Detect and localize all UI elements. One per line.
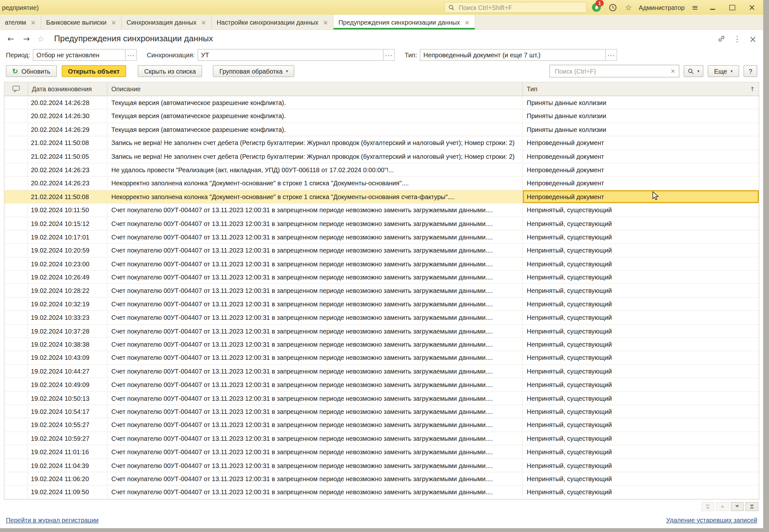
row-date-cell[interactable]: 19.02.2024 10:37:28 [28,325,107,338]
row-date-cell[interactable]: 19.02.2024 10:38:38 [28,338,107,351]
row-date-cell[interactable]: 19.02.2024 11:04:39 [28,459,107,472]
form-close-icon[interactable]: × [749,34,757,43]
tab-close-icon[interactable]: × [465,19,470,25]
row-type-cell[interactable]: Непринятый, существующий [523,217,759,230]
tab-close-icon[interactable]: × [30,19,36,25]
row-type-cell[interactable]: Непринятый, существующий [523,486,759,499]
row-comment-cell[interactable] [4,472,28,486]
row-comment-cell[interactable] [4,136,28,150]
history-icon[interactable] [607,2,618,13]
table-row[interactable]: 20.02.2024 14:26:23Не удалось провести "… [4,163,759,177]
row-date-cell[interactable]: 20.02.2024 14:26:28 [28,96,107,109]
period-choose-button[interactable]: ... [125,50,136,60]
row-description-cell[interactable]: Счет покупателю 00УТ-004407 от 13.11.202… [108,217,523,230]
row-description-cell[interactable]: Некорректно заполнена колонка "Документ-… [108,177,523,190]
row-comment-cell[interactable] [4,257,28,271]
row-comment-cell[interactable] [4,271,28,284]
row-type-cell[interactable]: Непринятый, существующий [523,351,759,365]
row-description-cell[interactable]: Счет покупателю 00УТ-004407 от 13.11.202… [108,405,523,418]
row-date-cell[interactable]: 19.02.2024 10:11:50 [28,204,107,217]
row-description-cell[interactable]: Счет покупателю 00УТ-004407 от 13.11.202… [108,244,523,257]
row-comment-cell[interactable] [4,123,28,136]
row-description-cell[interactable]: Запись не верна! Не заполнен счет дебета… [108,136,523,150]
row-comment-cell[interactable] [4,190,28,204]
row-type-cell[interactable]: Непринятый, существующий [523,230,759,244]
row-description-cell[interactable]: Счет покупателю 00УТ-004407 от 13.11.202… [108,351,523,365]
scroll-page-up-button[interactable] [716,502,729,511]
main-menu-icon[interactable]: ≡ [690,2,700,13]
row-date-cell[interactable]: 19.02.2024 10:20:59 [28,244,107,257]
type-column-header[interactable]: Тип ↑ [523,82,759,96]
row-date-cell[interactable]: 20.02.2024 14:26:23 [28,163,107,177]
row-comment-cell[interactable] [4,459,28,472]
row-date-cell[interactable]: 19.02.2024 11:06:20 [28,472,107,486]
period-filter-field[interactable]: ... [33,49,137,61]
row-description-cell[interactable]: Счет покупателю 00УТ-004407 от 13.11.202… [108,445,523,459]
row-description-cell[interactable]: Счет покупателю 00УТ-004407 от 13.11.202… [108,230,523,244]
comment-column-header[interactable] [4,82,28,96]
row-description-cell[interactable]: Текущая версия (автоматическое разрешени… [108,109,523,123]
row-type-cell[interactable]: Непринятый, существующий [523,391,759,405]
row-comment-cell[interactable] [4,405,28,418]
delete-obsolete-records-link[interactable]: Удаление устаревших записей [666,516,757,524]
row-comment-cell[interactable] [4,445,28,459]
list-search-box[interactable]: × [549,65,679,77]
tab-close-icon[interactable]: × [323,19,328,25]
row-comment-cell[interactable] [4,150,28,163]
row-description-cell[interactable]: Счет покупателю 00УТ-004407 от 13.11.202… [108,391,523,405]
row-comment-cell[interactable] [4,391,28,405]
table-row[interactable]: 19.02.2024 10:59:27Счет покупателю 00УТ-… [4,432,759,445]
maximize-button[interactable] [725,2,740,13]
row-type-cell[interactable]: Приняты данные коллизии [523,123,759,136]
row-type-cell[interactable]: Непринятый, существующий [523,378,759,391]
row-description-cell[interactable]: Счет покупателю 00УТ-004407 от 13.11.202… [108,298,523,311]
row-description-cell[interactable]: Счет покупателю 00УТ-004407 от 13.11.202… [108,486,523,499]
row-date-cell[interactable]: 19.02.2024 10:43:09 [28,351,107,365]
row-date-cell[interactable]: 19.02.2024 10:44:27 [28,365,107,378]
list-search-input[interactable] [554,67,669,75]
go-to-event-log-link[interactable]: Перейти в журнал регистрации [6,516,99,524]
row-type-cell[interactable]: Непринятый, существующий [523,271,759,284]
row-description-cell[interactable]: Счет покупателю 00УТ-004407 от 13.11.202… [108,432,523,445]
row-type-cell[interactable]: Непроведенный документ [523,177,759,190]
row-comment-cell[interactable] [4,351,28,365]
table-row[interactable]: 21.02.2024 11:50:08Запись не верна! Не з… [4,136,759,150]
row-type-cell[interactable]: Непринятый, существующий [523,338,759,351]
table-row[interactable]: 20.02.2024 14:26:28Текущая версия (автом… [4,96,759,109]
row-date-cell[interactable]: 20.02.2024 14:26:23 [28,177,107,190]
row-description-cell[interactable]: Счет покупателю 00УТ-004407 от 13.11.202… [108,271,523,284]
period-filter-input[interactable] [34,50,125,60]
table-row[interactable]: 19.02.2024 10:17:01Счет покупателю 00УТ-… [4,230,759,244]
row-type-cell[interactable]: Непринятый, существующий [523,418,759,432]
global-search-input[interactable] [458,3,583,12]
get-link-icon[interactable] [717,34,726,43]
row-description-cell[interactable]: Счет покупателю 00УТ-004407 от 13.11.202… [108,204,523,217]
row-date-cell[interactable]: 20.02.2024 14:26:29 [28,123,107,136]
row-type-cell[interactable]: Непроведенный документ [523,190,759,204]
more-vertical-icon[interactable]: ⋮ [733,34,742,43]
row-comment-cell[interactable] [4,365,28,378]
sync-filter-field[interactable]: ... [198,49,395,61]
table-row[interactable]: 19.02.2024 11:01:16Счет покупателю 00УТ-… [4,445,759,459]
row-type-cell[interactable]: Непринятый, существующий [523,311,759,325]
row-description-cell[interactable]: Некорректно заполнена колонка "Документ-… [108,190,523,204]
forward-button[interactable]: → [21,34,31,43]
row-type-cell[interactable]: Непринятый, существующий [523,445,759,459]
row-comment-cell[interactable] [4,298,28,311]
row-type-cell[interactable]: Приняты данные коллизии [523,96,759,109]
hide-from-list-button[interactable]: Скрыть из списка [138,65,202,77]
table-row[interactable]: 19.02.2024 10:15:12Счет покупателю 00УТ-… [4,217,759,230]
row-date-cell[interactable]: 19.02.2024 10:26:49 [28,271,107,284]
table-row[interactable]: 19.02.2024 10:26:49Счет покупателю 00УТ-… [4,271,759,284]
row-comment-cell[interactable] [4,378,28,391]
table-row[interactable]: 19.02.2024 10:11:50Счет покупателю 00УТ-… [4,204,759,217]
table-row[interactable]: 19.02.2024 10:55:27Счет покупателю 00УТ-… [4,418,759,432]
row-comment-cell[interactable] [4,204,28,217]
type-filter-input[interactable] [420,50,605,60]
table-row[interactable]: 20.02.2024 14:26:23Некорректно заполнена… [4,177,759,190]
table-row[interactable]: 20.02.2024 14:26:29Текущая версия (автом… [4,123,759,136]
row-comment-cell[interactable] [4,284,28,298]
row-date-cell[interactable]: 19.02.2024 10:23:00 [28,257,107,271]
table-row[interactable]: 19.02.2024 10:20:59Счет покупателю 00УТ-… [4,244,759,257]
table-row[interactable]: 20.02.2024 14:26:30Текущая версия (автом… [4,109,759,123]
